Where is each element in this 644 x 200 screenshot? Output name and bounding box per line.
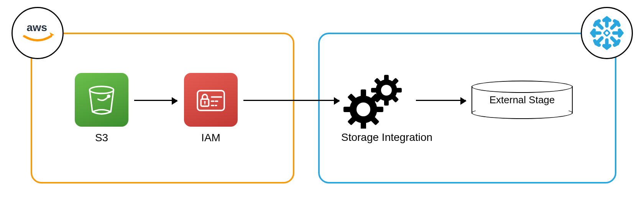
snowflake-badge (581, 7, 633, 59)
external-stage-label: External Stage (490, 94, 555, 106)
snowflake-logo-icon (589, 15, 624, 51)
svg-point-11 (90, 86, 114, 93)
storage-integration-node: Storage Integration (341, 71, 432, 144)
s3-tile (75, 73, 128, 127)
s3-label: S3 (75, 131, 128, 144)
iam-node: IAM (184, 73, 238, 144)
svg-text:aws: aws (27, 21, 48, 33)
storage-integration-label: Storage Integration (341, 131, 432, 144)
aws-group-box (31, 33, 294, 183)
arrow-iam-to-storage-integration (243, 100, 339, 101)
arrow-s3-to-iam (134, 100, 177, 101)
aws-logo-icon: aws (18, 20, 57, 46)
svg-point-15 (204, 101, 206, 103)
cylinder-icon: External Stage (472, 81, 571, 119)
gears-icon (341, 71, 410, 129)
svg-point-29 (381, 85, 392, 96)
aws-badge: aws (12, 7, 64, 59)
diagram-canvas: aws (0, 0, 644, 200)
iam-label: IAM (184, 131, 238, 144)
iam-tile (184, 73, 238, 127)
s3-node: S3 (75, 73, 128, 144)
external-stage-node: External Stage (472, 81, 571, 119)
arrow-storage-integration-to-external-stage (416, 100, 466, 101)
svg-point-39 (356, 102, 370, 116)
iam-credentials-icon (193, 82, 228, 117)
s3-bucket-icon (84, 82, 119, 117)
